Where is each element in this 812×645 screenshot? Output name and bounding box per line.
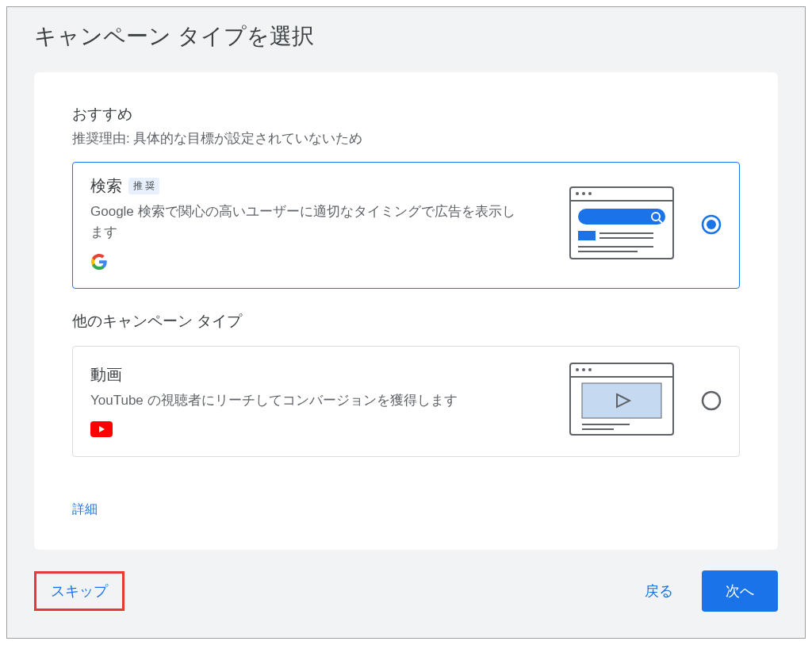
page-title: キャンペーン タイプを選択 (7, 7, 805, 60)
svg-point-14 (707, 220, 716, 229)
option-video-content: 動画 YouTube の視聴者にリーチしてコンバージョンを獲得します (90, 364, 558, 438)
google-logo-icon (90, 253, 108, 271)
svg-point-3 (582, 192, 585, 195)
svg-point-18 (582, 368, 585, 371)
other-heading: 他のキャンペーン タイプ (72, 311, 740, 332)
svg-rect-8 (578, 231, 596, 240)
option-search-content: 検索 推 奨 Google 検索で関心の高いユーザーに適切なタイミングで広告を表… (90, 175, 558, 274)
option-search-title-row: 検索 推 奨 (90, 175, 558, 197)
option-video[interactable]: 動画 YouTube の視聴者にリーチしてコンバージョンを獲得します (72, 346, 740, 457)
option-video-radio[interactable] (701, 390, 722, 411)
option-video-title: 動画 (90, 364, 122, 386)
campaign-type-selection: キャンペーン タイプを選択 おすすめ 推奨理由: 具体的な目標が設定されていない… (6, 6, 806, 639)
back-button[interactable]: 戻る (626, 572, 692, 610)
options-card: おすすめ 推奨理由: 具体的な目標が設定されていないため 検索 推 奨 Goog… (34, 72, 778, 550)
option-search[interactable]: 検索 推 奨 Google 検索で関心の高いユーザーに適切なタイミングで広告を表… (72, 162, 740, 289)
skip-button[interactable]: スキップ (34, 571, 124, 611)
video-illustration-icon (566, 359, 677, 442)
footer-buttons: スキップ 戻る 次へ (7, 550, 805, 632)
recommended-reason: 推奨理由: 具体的な目標が設定されていないため (72, 129, 740, 148)
option-video-description: YouTube の視聴者にリーチしてコンバージョンを獲得します (90, 390, 519, 411)
option-video-title-row: 動画 (90, 364, 558, 386)
next-button[interactable]: 次へ (702, 570, 778, 612)
option-search-title: 検索 (90, 175, 122, 197)
option-search-brand (90, 253, 558, 274)
youtube-logo-icon (90, 421, 113, 437)
option-search-description: Google 検索で関心の高いユーザーに適切なタイミングで広告を表示します (90, 202, 519, 242)
recommended-badge: 推 奨 (128, 178, 159, 194)
option-search-radio[interactable] (701, 214, 722, 235)
svg-point-17 (576, 368, 579, 371)
svg-rect-20 (582, 383, 661, 418)
option-video-brand (90, 421, 558, 437)
svg-point-4 (588, 192, 592, 195)
svg-point-23 (703, 392, 720, 409)
search-illustration-icon (566, 183, 677, 266)
details-link[interactable]: 詳細 (72, 501, 98, 518)
svg-point-2 (576, 192, 579, 195)
svg-point-19 (588, 368, 592, 371)
recommended-heading: おすすめ (72, 104, 740, 125)
